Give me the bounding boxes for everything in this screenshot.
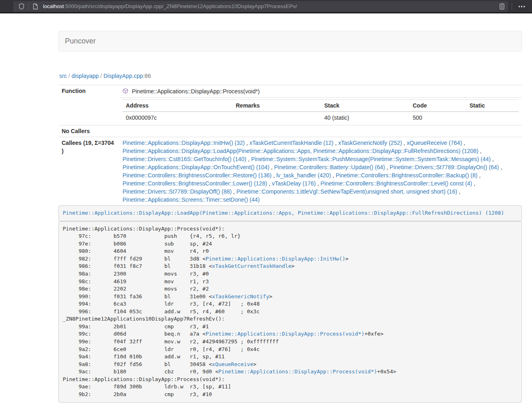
remarks-value [233, 112, 321, 123]
col-address: Address [123, 100, 233, 112]
no-callers-row: No Callers [58, 125, 522, 137]
callee-link[interactable]: Pinetime::Applications::Screens::Timer::… [123, 196, 260, 203]
callee-link[interactable]: xTaskGenericNotify (252) [338, 140, 402, 146]
callees-row: Callees (19, Σ=3704 ) Pinetime::Applicat… [58, 137, 522, 206]
callee-link[interactable]: Pinetime::Controllers::BrightnessControl… [321, 180, 472, 187]
callee-link[interactable]: Pinetime::Applications::DisplayApp::OnTo… [123, 164, 269, 170]
highlighted-symbol-box: Pinetime::Applications::DisplayApp::Load… [58, 205, 522, 221]
shield-icon[interactable] [18, 3, 25, 10]
callee-link[interactable]: xQueueReceive (764) [407, 140, 462, 146]
symbol-link[interactable]: xTaskGetCurrentTaskHandle [212, 263, 291, 269]
address-value: 0x0000097c [123, 112, 233, 123]
breadcrumb-line-number: :86 [143, 73, 151, 79]
col-static: Static [466, 100, 519, 112]
callees-label: Callees (19, Σ=3704 ) [58, 137, 119, 206]
function-name: Pinetime::Applications::DisplayApp::Proc… [132, 88, 260, 95]
breadcrumb-link[interactable]: displayapp [71, 73, 99, 79]
callee-link[interactable]: Pinetime::Controllers::BrightnessControl… [336, 172, 477, 179]
callee-link[interactable]: vTaskDelay (176) [272, 180, 316, 187]
function-table: Function Pinetime::Applications::Display… [58, 85, 522, 205]
col-stack: Stack [321, 100, 409, 112]
function-row: Function Pinetime::Applications::Display… [58, 85, 522, 98]
toolbar-separator [512, 3, 512, 10]
symbol-link[interactable]: xTaskGenericNotify [212, 293, 269, 299]
static-value [466, 112, 519, 123]
url-text[interactable]: localhost:5000/path/src/displayapp/Displ… [43, 3, 499, 9]
function-detail-row: Address Remarks Stack Code Static 0x0000… [58, 98, 522, 125]
url-path: :5000/path/src/displayapp/DisplayApp.cpp… [64, 3, 297, 9]
function-detail-table: Address Remarks Stack Code Static 0x0000… [123, 99, 519, 123]
callee-link[interactable]: lv_task_handler (420) [276, 172, 331, 179]
callee-link[interactable]: Pinetime::System::SystemTask::PushMessag… [251, 156, 491, 162]
assembly-code: Pinetime::Applications::DisplayApp::Proc… [58, 221, 522, 403]
url-bar[interactable]: localhost:5000/path/src/displayapp/Displ… [13, 1, 508, 12]
callee-link[interactable]: xTaskGetCurrentTaskHandle (12) [250, 140, 334, 146]
symbol-link[interactable]: Pinetime::Applications::DisplayApp::Proc… [218, 368, 377, 375]
detail-header-row: Address Remarks Stack Code Static [123, 100, 519, 112]
url-host: localhost [43, 3, 64, 9]
nested-table-cell: Address Remarks Stack Code Static 0x0000… [119, 98, 522, 125]
callers-cell [119, 125, 522, 137]
breadcrumb: src / displayapp / DisplayApp.cpp:86 [58, 72, 522, 80]
breadcrumb-link[interactable]: src [59, 73, 67, 79]
callee-link[interactable]: Pinetime::Drivers::Cst816S::GetTouchInfo… [123, 156, 246, 162]
callee-link[interactable]: Pinetime::Drivers::St7789::DisplayOn() (… [390, 164, 499, 170]
navbar: Puncover [58, 31, 522, 52]
function-label: Function [58, 85, 119, 125]
callee-link[interactable]: Pinetime::Controllers::BrightnessControl… [123, 172, 271, 179]
callee-link[interactable]: Pinetime::Controllers::Battery::Update()… [274, 164, 385, 170]
browser-toolbar: localhost:5000/path/src/displayapp/Displ… [0, 0, 532, 13]
detail-data-row: 0x0000097c 40 (static) 500 [123, 112, 519, 123]
callee-link[interactable]: Pinetime::Applications::DisplayApp::Init… [123, 140, 245, 146]
function-name-cell: Pinetime::Applications::DisplayApp::Proc… [119, 85, 522, 98]
callee-link[interactable]: Pinetime::Applications::DisplayApp::Load… [123, 148, 478, 154]
toolbar-separator [28, 3, 29, 10]
stack-value: 40 (static) [321, 112, 409, 123]
code-value: 500 [409, 112, 466, 123]
breadcrumb-link[interactable]: DisplayApp.cpp [103, 73, 143, 79]
col-code: Code [409, 100, 466, 112]
cube-icon [123, 88, 130, 95]
callee-link[interactable]: Pinetime::Controllers::BrightnessControl… [123, 180, 267, 187]
reader-mode-icon[interactable] [499, 3, 505, 10]
no-callers-label: No Callers [58, 125, 119, 137]
breadcrumb-separator: / [67, 73, 72, 79]
col-remarks: Remarks [233, 100, 321, 112]
highlighted-symbol-link[interactable]: Pinetime::Applications::DisplayApp::Load… [63, 210, 504, 216]
symbol-link[interactable]: Pinetime::Applications::DisplayApp::Init… [206, 256, 345, 262]
callee-link[interactable]: Pinetime::Drivers::St7789::DisplayOff() … [123, 188, 232, 195]
breadcrumb-separator: / [99, 73, 103, 79]
brand-link[interactable]: Puncover [59, 31, 102, 51]
symbol-link[interactable]: Pinetime::Applications::DisplayApp::Proc… [206, 331, 364, 337]
page-content: Puncover src / displayapp / DisplayApp.c… [58, 31, 522, 403]
callees-list: Pinetime::Applications::DisplayApp::Init… [119, 137, 522, 206]
menu-icon[interactable]: ••• [516, 4, 528, 9]
page-icon[interactable] [32, 3, 38, 10]
callee-link[interactable]: Pinetime::Components::LittleVgl::SetNewT… [237, 188, 457, 195]
symbol-link[interactable]: xQueueReceive [212, 361, 253, 367]
